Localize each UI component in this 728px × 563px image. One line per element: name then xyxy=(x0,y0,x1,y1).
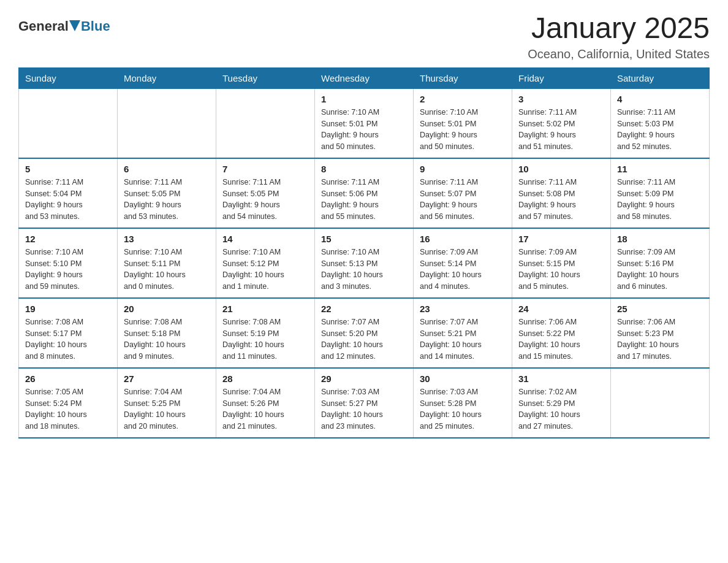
day-info: Sunrise: 7:05 AMSunset: 5:24 PMDaylight:… xyxy=(25,386,111,432)
day-number: 27 xyxy=(124,373,210,384)
calendar-cell: 30Sunrise: 7:03 AMSunset: 5:28 PMDayligh… xyxy=(414,368,512,438)
title-block: January 2025 Oceano, California, United … xyxy=(528,12,710,61)
calendar-cell: 8Sunrise: 7:11 AMSunset: 5:06 PMDaylight… xyxy=(315,158,414,228)
day-info: Sunrise: 7:09 AMSunset: 5:15 PMDaylight:… xyxy=(518,247,604,293)
day-number: 8 xyxy=(321,164,407,174)
calendar-cell: 10Sunrise: 7:11 AMSunset: 5:08 PMDayligh… xyxy=(512,158,611,228)
calendar-cell: 22Sunrise: 7:07 AMSunset: 5:20 PMDayligh… xyxy=(315,298,414,368)
calendar-cell: 7Sunrise: 7:11 AMSunset: 5:05 PMDaylight… xyxy=(216,158,315,228)
day-number: 19 xyxy=(25,304,111,314)
day-number: 6 xyxy=(124,164,210,174)
calendar-cell: 9Sunrise: 7:11 AMSunset: 5:07 PMDaylight… xyxy=(414,158,512,228)
day-number: 15 xyxy=(321,234,407,244)
day-info: Sunrise: 7:11 AMSunset: 5:04 PMDaylight:… xyxy=(25,177,111,223)
calendar-cell: 6Sunrise: 7:11 AMSunset: 5:05 PMDaylight… xyxy=(118,158,216,228)
calendar-cell: 5Sunrise: 7:11 AMSunset: 5:04 PMDaylight… xyxy=(19,158,118,228)
day-info: Sunrise: 7:10 AMSunset: 5:13 PMDaylight:… xyxy=(321,247,407,293)
day-info: Sunrise: 7:10 AMSunset: 5:10 PMDaylight:… xyxy=(25,247,111,293)
day-info: Sunrise: 7:08 AMSunset: 5:19 PMDaylight:… xyxy=(222,316,308,362)
calendar-header-thursday: Thursday xyxy=(414,67,512,88)
day-number: 18 xyxy=(617,234,703,244)
calendar-cell: 18Sunrise: 7:09 AMSunset: 5:16 PMDayligh… xyxy=(611,228,710,298)
day-info: Sunrise: 7:10 AMSunset: 5:01 PMDaylight:… xyxy=(321,107,407,153)
calendar-cell: 16Sunrise: 7:09 AMSunset: 5:14 PMDayligh… xyxy=(414,228,512,298)
svg-marker-0 xyxy=(69,20,80,31)
day-number: 26 xyxy=(25,373,111,384)
day-number: 21 xyxy=(222,304,308,314)
day-number: 12 xyxy=(25,234,111,244)
day-number: 3 xyxy=(518,94,604,104)
calendar-week-3: 12Sunrise: 7:10 AMSunset: 5:10 PMDayligh… xyxy=(19,228,710,298)
day-info: Sunrise: 7:10 AMSunset: 5:11 PMDaylight:… xyxy=(124,247,210,293)
day-info: Sunrise: 7:06 AMSunset: 5:23 PMDaylight:… xyxy=(617,316,703,362)
calendar-cell: 3Sunrise: 7:11 AMSunset: 5:02 PMDaylight… xyxy=(512,88,611,158)
calendar-cell xyxy=(118,88,216,158)
day-info: Sunrise: 7:08 AMSunset: 5:17 PMDaylight:… xyxy=(25,316,111,362)
day-info: Sunrise: 7:09 AMSunset: 5:16 PMDaylight:… xyxy=(617,247,703,293)
calendar-header-tuesday: Tuesday xyxy=(216,67,315,88)
day-number: 4 xyxy=(617,94,703,104)
calendar-header-wednesday: Wednesday xyxy=(315,67,414,88)
calendar-week-4: 19Sunrise: 7:08 AMSunset: 5:17 PMDayligh… xyxy=(19,298,710,368)
day-info: Sunrise: 7:07 AMSunset: 5:21 PMDaylight:… xyxy=(420,316,506,362)
day-number: 31 xyxy=(518,373,604,384)
logo-blue: Blue xyxy=(81,18,110,34)
day-info: Sunrise: 7:07 AMSunset: 5:20 PMDaylight:… xyxy=(321,316,407,362)
calendar-cell: 14Sunrise: 7:10 AMSunset: 5:12 PMDayligh… xyxy=(216,228,315,298)
calendar-cell: 11Sunrise: 7:11 AMSunset: 5:09 PMDayligh… xyxy=(611,158,710,228)
logo-general: General xyxy=(18,18,69,34)
calendar-cell xyxy=(611,368,710,438)
day-info: Sunrise: 7:11 AMSunset: 5:05 PMDaylight:… xyxy=(124,177,210,223)
calendar-header-row: SundayMondayTuesdayWednesdayThursdayFrid… xyxy=(19,67,710,88)
calendar-cell: 15Sunrise: 7:10 AMSunset: 5:13 PMDayligh… xyxy=(315,228,414,298)
calendar-cell: 12Sunrise: 7:10 AMSunset: 5:10 PMDayligh… xyxy=(19,228,118,298)
day-number: 7 xyxy=(222,164,308,174)
calendar-week-1: 1Sunrise: 7:10 AMSunset: 5:01 PMDaylight… xyxy=(19,88,710,158)
logo-triangle-icon xyxy=(69,20,80,33)
day-number: 25 xyxy=(617,304,703,314)
day-info: Sunrise: 7:04 AMSunset: 5:26 PMDaylight:… xyxy=(222,386,308,432)
day-info: Sunrise: 7:03 AMSunset: 5:28 PMDaylight:… xyxy=(420,386,506,432)
page-header: General Blue January 2025 Oceano, Califo… xyxy=(18,12,710,61)
day-number: 9 xyxy=(420,164,506,174)
day-number: 1 xyxy=(321,94,407,104)
calendar-cell: 25Sunrise: 7:06 AMSunset: 5:23 PMDayligh… xyxy=(611,298,710,368)
calendar-cell xyxy=(216,88,315,158)
calendar-cell: 29Sunrise: 7:03 AMSunset: 5:27 PMDayligh… xyxy=(315,368,414,438)
day-info: Sunrise: 7:11 AMSunset: 5:09 PMDaylight:… xyxy=(617,177,703,223)
calendar-cell: 26Sunrise: 7:05 AMSunset: 5:24 PMDayligh… xyxy=(19,368,118,438)
calendar-cell: 21Sunrise: 7:08 AMSunset: 5:19 PMDayligh… xyxy=(216,298,315,368)
day-number: 24 xyxy=(518,304,604,314)
day-info: Sunrise: 7:11 AMSunset: 5:08 PMDaylight:… xyxy=(518,177,604,223)
day-info: Sunrise: 7:03 AMSunset: 5:27 PMDaylight:… xyxy=(321,386,407,432)
day-info: Sunrise: 7:10 AMSunset: 5:01 PMDaylight:… xyxy=(420,107,506,153)
calendar-cell: 13Sunrise: 7:10 AMSunset: 5:11 PMDayligh… xyxy=(118,228,216,298)
calendar-header-monday: Monday xyxy=(118,67,216,88)
calendar-cell: 1Sunrise: 7:10 AMSunset: 5:01 PMDaylight… xyxy=(315,88,414,158)
calendar-cell: 31Sunrise: 7:02 AMSunset: 5:29 PMDayligh… xyxy=(512,368,611,438)
day-number: 23 xyxy=(420,304,506,314)
calendar-cell: 27Sunrise: 7:04 AMSunset: 5:25 PMDayligh… xyxy=(118,368,216,438)
day-info: Sunrise: 7:11 AMSunset: 5:02 PMDaylight:… xyxy=(518,107,604,153)
calendar-header-sunday: Sunday xyxy=(19,67,118,88)
day-info: Sunrise: 7:11 AMSunset: 5:05 PMDaylight:… xyxy=(222,177,308,223)
day-info: Sunrise: 7:09 AMSunset: 5:14 PMDaylight:… xyxy=(420,247,506,293)
calendar-header-friday: Friday xyxy=(512,67,611,88)
day-number: 13 xyxy=(124,234,210,244)
day-number: 5 xyxy=(25,164,111,174)
day-info: Sunrise: 7:08 AMSunset: 5:18 PMDaylight:… xyxy=(124,316,210,362)
subtitle: Oceano, California, United States xyxy=(528,47,710,61)
day-info: Sunrise: 7:10 AMSunset: 5:12 PMDaylight:… xyxy=(222,247,308,293)
day-info: Sunrise: 7:11 AMSunset: 5:07 PMDaylight:… xyxy=(420,177,506,223)
calendar-cell: 28Sunrise: 7:04 AMSunset: 5:26 PMDayligh… xyxy=(216,368,315,438)
day-number: 17 xyxy=(518,234,604,244)
day-info: Sunrise: 7:02 AMSunset: 5:29 PMDaylight:… xyxy=(518,386,604,432)
calendar-week-5: 26Sunrise: 7:05 AMSunset: 5:24 PMDayligh… xyxy=(19,368,710,438)
day-info: Sunrise: 7:11 AMSunset: 5:06 PMDaylight:… xyxy=(321,177,407,223)
day-number: 2 xyxy=(420,94,506,104)
day-number: 30 xyxy=(420,373,506,384)
calendar-cell: 2Sunrise: 7:10 AMSunset: 5:01 PMDaylight… xyxy=(414,88,512,158)
day-number: 29 xyxy=(321,373,407,384)
calendar-table: SundayMondayTuesdayWednesdayThursdayFrid… xyxy=(18,67,710,439)
calendar-cell: 4Sunrise: 7:11 AMSunset: 5:03 PMDaylight… xyxy=(611,88,710,158)
